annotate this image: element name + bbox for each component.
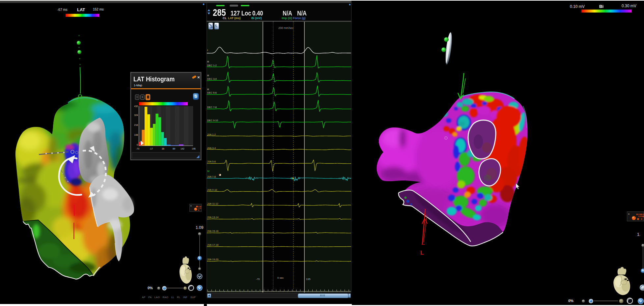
svg-text:20A 9-10: 20A 9-10 — [207, 188, 217, 191]
svg-text:I: I — [207, 49, 208, 52]
svg-text:DEC 3-4: DEC 3-4 — [207, 77, 217, 80]
svg-text:R: R — [207, 74, 209, 77]
svg-text:20A 15-16: 20A 15-16 — [207, 230, 218, 233]
svg-text:L: L — [420, 250, 424, 256]
svg-text:R: R — [207, 60, 209, 63]
svg-text:200 mm/sec: 200 mm/sec — [278, 26, 294, 30]
svg-text:DEC 9-10: DEC 9-10 — [207, 119, 218, 122]
svg-text:20A 19-20: 20A 19-20 — [207, 258, 218, 261]
svg-text:M: M — [207, 170, 210, 173]
svg-text:20A 11-12: 20A 11-12 — [207, 202, 218, 205]
svg-text:0 sec: 0 sec — [277, 276, 284, 279]
svg-text:DEC 5-6: DEC 5-6 — [207, 91, 217, 94]
svg-text:-70: -70 — [256, 278, 260, 281]
svg-text:DEC 1-2: DEC 1-2 — [207, 64, 217, 67]
svg-text:20A 7-8: 20A 7-8 — [207, 175, 216, 178]
svg-text:20A 17-18: 20A 17-18 — [207, 243, 218, 246]
svg-text:20A 13-14: 20A 13-14 — [207, 216, 218, 219]
svg-text:DEC 7-8: DEC 7-8 — [207, 106, 217, 109]
svg-text:20A 5-6: 20A 5-6 — [207, 160, 216, 163]
svg-text:20A 3-4: 20A 3-4 — [207, 147, 216, 150]
svg-text:20A 1-2: 20A 1-2 — [207, 133, 216, 136]
svg-text:195: 195 — [306, 278, 311, 281]
svg-text:R: R — [207, 88, 209, 91]
